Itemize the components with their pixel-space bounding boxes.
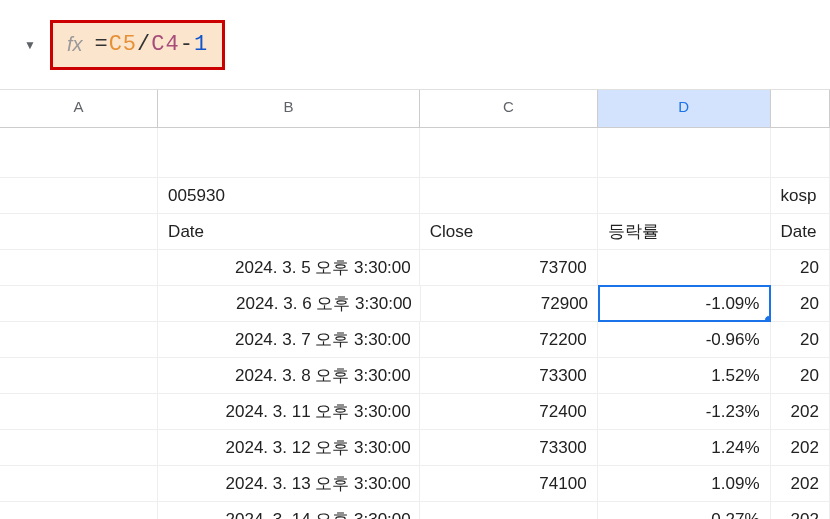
cell-date[interactable]: 2024. 3. 8 오후 3:30:00 xyxy=(158,358,420,393)
cell-close[interactable]: 73300 xyxy=(420,430,598,465)
cell[interactable] xyxy=(0,286,158,321)
cell[interactable] xyxy=(0,178,158,213)
formula-bar[interactable]: fx =C5/C4-1 xyxy=(50,20,225,70)
cell-change[interactable]: 1.09% xyxy=(598,466,771,501)
cell-change[interactable] xyxy=(598,250,771,285)
cell[interactable] xyxy=(598,178,771,213)
column-header-e[interactable] xyxy=(771,90,830,127)
cell[interactable] xyxy=(158,128,420,177)
table-row: 2024. 3. 14 오후 3:30:00 0.27% 202 xyxy=(0,502,830,519)
cell[interactable]: 202 xyxy=(771,466,830,501)
cell-close[interactable]: 73300 xyxy=(420,358,598,393)
column-header-b[interactable]: B xyxy=(158,90,420,127)
cell-date[interactable]: 2024. 3. 14 오후 3:30:00 xyxy=(158,502,420,519)
cell[interactable]: 202 xyxy=(771,394,830,429)
cell-date[interactable]: 2024. 3. 13 오후 3:30:00 xyxy=(158,466,420,501)
column-headers: A B C D xyxy=(0,90,830,128)
cell[interactable] xyxy=(0,250,158,285)
cell[interactable]: 20 xyxy=(770,286,830,321)
cell-close[interactable]: 74100 xyxy=(420,466,598,501)
cell-date[interactable]: 2024. 3. 7 오후 3:30:00 xyxy=(158,322,420,357)
table-row: 2024. 3. 12 오후 3:30:00 73300 1.24% 202 xyxy=(0,430,830,466)
formula-bar-container: ▼ fx =C5/C4-1 xyxy=(0,0,830,90)
cell[interactable] xyxy=(0,394,158,429)
cell[interactable] xyxy=(771,128,830,177)
table-row: 2024. 3. 5 오후 3:30:00 73700 20 xyxy=(0,250,830,286)
table-row: 005930 kosp xyxy=(0,178,830,214)
cell[interactable] xyxy=(0,322,158,357)
cell-close[interactable]: 72400 xyxy=(420,394,598,429)
cell[interactable] xyxy=(0,214,158,249)
header-change[interactable]: 등락률 xyxy=(598,214,771,249)
table-row: 2024. 3. 8 오후 3:30:00 73300 1.52% 20 xyxy=(0,358,830,394)
cell-change[interactable]: -1.23% xyxy=(598,394,771,429)
cell-date[interactable]: 2024. 3. 12 오후 3:30:00 xyxy=(158,430,420,465)
cell[interactable]: 20 xyxy=(771,358,830,393)
cell-date[interactable]: 2024. 3. 6 오후 3:30:00 xyxy=(158,286,420,321)
cell-close[interactable]: 73700 xyxy=(420,250,598,285)
cell[interactable]: 202 xyxy=(771,502,830,519)
cell[interactable]: 20 xyxy=(771,322,830,357)
cell[interactable]: 202 xyxy=(771,430,830,465)
table-row: 2024. 3. 7 오후 3:30:00 72200 -0.96% 20 xyxy=(0,322,830,358)
cell-close[interactable]: 72900 xyxy=(421,286,599,321)
cell[interactable] xyxy=(420,128,598,177)
formula-input[interactable]: =C5/C4-1 xyxy=(94,32,208,57)
cell[interactable] xyxy=(420,178,598,213)
selected-cell[interactable]: -1.09% xyxy=(598,285,771,322)
cell[interactable] xyxy=(598,128,771,177)
cell[interactable] xyxy=(0,502,158,519)
column-header-a[interactable]: A xyxy=(0,90,158,127)
cell-date[interactable]: 2024. 3. 11 오후 3:30:00 xyxy=(158,394,420,429)
selection-handle[interactable] xyxy=(764,315,771,322)
cell-change[interactable]: 0.27% xyxy=(598,502,771,519)
cell[interactable]: 20 xyxy=(771,250,830,285)
cell[interactable] xyxy=(0,466,158,501)
table-row: 2024. 3. 6 오후 3:30:00 72900 -1.09% 20 xyxy=(0,286,830,322)
name-box-dropdown[interactable]: ▼ xyxy=(10,38,50,52)
spreadsheet-grid[interactable]: 005930 kosp Date Close 등락률 Date 2024. 3.… xyxy=(0,128,830,519)
cell[interactable] xyxy=(0,358,158,393)
table-row xyxy=(0,128,830,178)
cell[interactable] xyxy=(0,430,158,465)
cell-change[interactable]: 1.24% xyxy=(598,430,771,465)
cell-close[interactable]: 72200 xyxy=(420,322,598,357)
cell[interactable] xyxy=(0,128,158,177)
cell-change[interactable]: -0.96% xyxy=(598,322,771,357)
table-row: 2024. 3. 11 오후 3:30:00 72400 -1.23% 202 xyxy=(0,394,830,430)
cell[interactable]: kosp xyxy=(771,178,830,213)
table-row: 2024. 3. 13 오후 3:30:00 74100 1.09% 202 xyxy=(0,466,830,502)
column-header-d[interactable]: D xyxy=(598,90,771,127)
header-close[interactable]: Close xyxy=(420,214,598,249)
cell-value: -1.09% xyxy=(706,294,760,314)
table-row: Date Close 등락률 Date xyxy=(0,214,830,250)
cell-change[interactable]: 1.52% xyxy=(598,358,771,393)
fx-icon: fx xyxy=(67,33,83,56)
column-header-c[interactable]: C xyxy=(420,90,598,127)
cell-date[interactable]: 2024. 3. 5 오후 3:30:00 xyxy=(158,250,420,285)
stock-code[interactable]: 005930 xyxy=(158,178,420,213)
cell-close[interactable] xyxy=(420,502,598,519)
header-date[interactable]: Date xyxy=(158,214,420,249)
cell[interactable]: Date xyxy=(771,214,830,249)
